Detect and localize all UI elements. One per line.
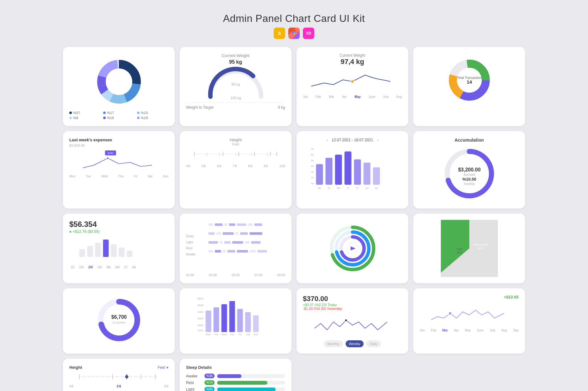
svg-text:86 kg: 86 kg	[231, 82, 240, 86]
svg-text:$3,200.00: $3,200.00	[458, 167, 480, 172]
svg-rect-127	[245, 312, 251, 332]
svg-text:$400: $400	[198, 311, 203, 313]
svg-rect-69	[119, 247, 125, 257]
svg-rect-94	[237, 250, 248, 253]
filter-1d[interactable]: 1D	[69, 265, 76, 270]
height-ruler2-chart	[69, 371, 168, 382]
height-ruler-title: Height	[186, 138, 285, 142]
week-nav: ‹ 12.07.2021 - 18.07.2021 ›	[303, 138, 402, 143]
card-radial-target	[297, 214, 408, 283]
height2-title: Height	[69, 365, 82, 370]
svg-rect-90	[208, 250, 213, 253]
svg-rect-46	[345, 151, 352, 185]
week-prev-arrow[interactable]: ‹	[326, 138, 328, 143]
svg-point-113	[105, 306, 133, 334]
gauge-footer-label: Weight to Target	[186, 105, 214, 110]
svg-rect-76	[248, 223, 253, 226]
cards-grid: %27 %17 %13 %8 %15 %19 Current Weight 95…	[57, 44, 531, 391]
svg-point-9	[106, 68, 132, 95]
filter-2w[interactable]: 2W	[87, 265, 94, 270]
time-filters: 1D 1W 2W 1M 3M 6M 1Y All	[69, 265, 168, 270]
filter-6m[interactable]: 6M	[114, 265, 121, 270]
filter-1y[interactable]: 1Y	[123, 265, 129, 270]
svg-text:4h: 4h	[311, 165, 314, 168]
svg-rect-44	[326, 158, 333, 185]
expenses-title: Last week's expenses	[69, 138, 168, 142]
svg-text:6h: 6h	[311, 153, 314, 156]
sleep-row-awake: Awake %36	[186, 374, 285, 378]
svg-text:%37: %37	[478, 247, 483, 250]
svg-rect-79	[216, 232, 221, 235]
svg-rect-128	[253, 315, 259, 332]
svg-rect-85	[219, 241, 222, 244]
svg-text:$200: $200	[198, 324, 203, 327]
weight-line-chart	[303, 67, 402, 93]
gauge-label: Current Weight	[222, 53, 249, 58]
svg-rect-122	[206, 311, 211, 332]
height2-unit-selector[interactable]: Feet ▾	[158, 365, 168, 370]
filter-1w[interactable]: 1W	[78, 265, 85, 270]
svg-rect-78	[208, 232, 215, 235]
height-x-labels: 4'8 5'8 6'8 7'8 8'8 9'8 10'8	[186, 164, 285, 168]
figma-icon	[288, 28, 300, 39]
investment-pie: Gain %63 Investment %37	[441, 220, 498, 277]
svg-text:monthly: monthly	[464, 182, 475, 186]
month-tabs: Monthly Weekly Daily	[303, 340, 402, 347]
acc-title: Accumulation	[420, 138, 519, 143]
svg-text:$780: $780	[108, 152, 114, 155]
svg-text:3h: 3h	[311, 170, 314, 173]
expenses-chart: $780	[69, 150, 168, 172]
card-height-ruler: Height Feet 4'8 5'8 6'8 7'8 8'8 9'8 10'8	[180, 131, 291, 208]
svg-text:1h: 1h	[311, 182, 314, 185]
page-header: Admin Panel Chart Card UI Kit S XD	[6, 6, 582, 44]
svg-text:105 kg: 105 kg	[230, 96, 241, 100]
svg-text:$600: $600	[198, 297, 203, 300]
svg-text:%63: %63	[456, 251, 462, 254]
svg-rect-68	[111, 244, 117, 257]
stock-amount: $370.00	[303, 295, 402, 303]
card-accumulation: Accumulation $3,200.00 Accrued %10.50 mo…	[413, 131, 525, 208]
tab-weekly[interactable]: Weekly	[346, 340, 364, 347]
svg-rect-125	[229, 301, 235, 332]
card-savings: $6,700 12 months	[63, 288, 175, 354]
svg-text:$300: $300	[198, 317, 203, 320]
svg-rect-48	[364, 163, 371, 185]
tab-daily[interactable]: Daily	[366, 340, 381, 347]
stats-bar-chart	[69, 236, 168, 259]
svg-text:2h: 2h	[311, 176, 314, 179]
gauge-value: 95 kg	[229, 59, 242, 65]
svg-rect-65	[87, 246, 93, 257]
svg-text:5h: 5h	[311, 159, 314, 162]
sleep-x-labels: 01:00 03:00 05:00 07:00 09:00	[186, 273, 285, 277]
donut-chart	[94, 56, 144, 107]
filter-all[interactable]: All	[131, 265, 137, 270]
line2-x-labels: Jan Feb Mar Apr May June July Aug Sep	[420, 329, 519, 332]
card-donut-segments: %27 %17 %13 %8 %15 %19	[63, 47, 175, 126]
svg-rect-123	[214, 307, 219, 332]
filter-3m[interactable]: 3M	[105, 265, 112, 270]
stat-amount: $56.354	[69, 220, 168, 229]
svg-rect-43	[316, 164, 323, 185]
card-investment: Gain %63 Investment %37	[413, 214, 525, 283]
svg-text:We: We	[337, 187, 341, 189]
savings-donut: $6,700 12 months	[94, 295, 144, 345]
svg-rect-89	[251, 241, 260, 244]
tab-monthly[interactable]: Monthly	[324, 340, 343, 347]
svg-text:Sa: Sa	[366, 187, 369, 189]
svg-rect-82	[240, 232, 248, 235]
svg-rect-126	[237, 309, 243, 332]
page-title: Admin Panel Chart Card UI Kit	[6, 13, 582, 24]
svg-text:$500: $500	[198, 304, 203, 307]
card-stock: $370.00 +$3.37 (%2.23) Today -$1.03 (%0.…	[297, 288, 408, 354]
svg-rect-88	[245, 241, 249, 244]
week-next-arrow[interactable]: ›	[377, 138, 378, 143]
radial-chart	[327, 223, 378, 274]
gauge-chart: 105 kg 86 kg	[204, 65, 267, 100]
svg-rect-93	[227, 250, 235, 253]
svg-rect-80	[222, 232, 234, 235]
stock-down: -$1.03 (%0.30) Yesterday	[303, 307, 402, 311]
svg-rect-124	[222, 304, 227, 332]
filter-1m[interactable]: 1M	[96, 265, 103, 270]
svg-text:Mon: Mon	[206, 333, 211, 336]
svg-rect-92	[222, 250, 226, 253]
